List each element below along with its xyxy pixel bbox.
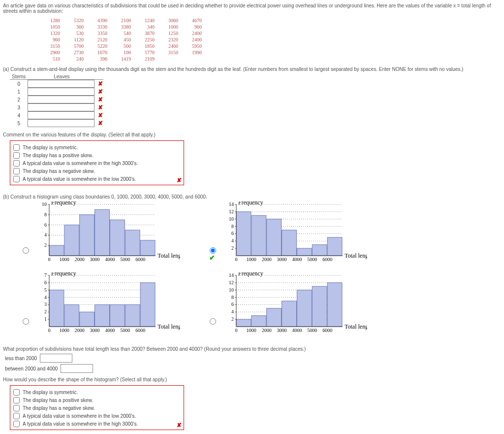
stem-value: 2 — [10, 96, 28, 103]
svg-text:3000: 3000 — [277, 257, 287, 262]
proportion-lt-input[interactable] — [40, 354, 72, 363]
data-cell: 100 — [109, 50, 132, 55]
svg-text:4: 4 — [44, 295, 47, 300]
svg-rect-96 — [80, 312, 94, 327]
checkbox-row: A typical data value is somewhere in the… — [13, 413, 181, 419]
checkbox[interactable] — [13, 160, 20, 167]
intro-text: An article gave data on various characte… — [3, 3, 501, 14]
x-icon: ✘ — [177, 422, 182, 429]
svg-text:2: 2 — [44, 242, 47, 248]
checkbox[interactable] — [13, 413, 20, 419]
svg-rect-138 — [312, 286, 327, 327]
leaf-input[interactable] — [28, 80, 94, 88]
checkbox[interactable] — [13, 168, 20, 174]
data-cell: 2400 — [180, 31, 203, 36]
checkbox[interactable] — [13, 405, 20, 411]
data-cell: 2730 — [62, 50, 85, 55]
svg-text:10: 10 — [229, 216, 234, 222]
checkbox[interactable] — [13, 144, 20, 151]
histogram-radio[interactable] — [23, 247, 29, 254]
check-icon: ✔ — [209, 254, 215, 262]
data-cell: 2120 — [86, 37, 108, 42]
svg-text:Frequency: Frequency — [238, 272, 263, 277]
svg-text:12: 12 — [229, 280, 234, 285]
proportion-bt-label: between 2000 and 4000 — [5, 366, 58, 371]
svg-text:1000: 1000 — [60, 328, 69, 333]
histogram-chart: Frequency1234567010002000300040005000600… — [32, 272, 180, 337]
svg-rect-56 — [252, 215, 266, 256]
svg-rect-139 — [327, 283, 342, 327]
data-cell — [180, 56, 203, 62]
data-cell: 1120 — [62, 37, 85, 42]
svg-text:8: 8 — [231, 224, 234, 229]
data-cell: 1050 — [38, 24, 61, 30]
data-cell: 3350 — [86, 31, 108, 36]
histogram-radio[interactable] — [210, 247, 216, 254]
data-cell: 4670 — [180, 18, 203, 23]
svg-rect-134 — [252, 316, 266, 327]
x-icon: ✘ — [96, 120, 103, 127]
checkbox-row: The display is symmetric. — [13, 389, 181, 396]
data-cell: 396 — [86, 56, 108, 62]
checkbox[interactable] — [13, 389, 20, 396]
checkbox-row: The display has a negative skew. — [13, 168, 181, 174]
leaf-input[interactable] — [28, 88, 94, 96]
svg-rect-60 — [312, 245, 327, 256]
svg-text:8: 8 — [231, 295, 234, 300]
svg-text:5: 5 — [44, 287, 47, 293]
proportion-bt-input[interactable] — [61, 364, 93, 373]
svg-rect-21 — [125, 230, 140, 256]
svg-text:14: 14 — [229, 201, 234, 207]
svg-text:1: 1 — [44, 316, 47, 322]
x-icon: ✘ — [177, 177, 182, 184]
data-cell: 1000 — [157, 24, 179, 30]
data-cell: 1419 — [109, 56, 132, 62]
svg-rect-20 — [110, 220, 125, 256]
svg-text:4: 4 — [231, 309, 234, 314]
leaf-input[interactable] — [28, 119, 94, 127]
checkbox[interactable] — [13, 397, 20, 403]
checkbox-block-b: The display is symmetric.The display has… — [10, 385, 184, 430]
checkbox[interactable] — [13, 176, 20, 182]
stem-value: 1 — [10, 88, 28, 96]
svg-text:5000: 5000 — [307, 257, 317, 262]
svg-text:Total length: Total length — [345, 323, 367, 330]
svg-text:6: 6 — [231, 231, 234, 236]
checkbox[interactable] — [13, 421, 20, 427]
checkbox-row: A typical data value is somewhere in the… — [13, 160, 181, 167]
histogram-option: ✔Frequency246810121401000200030004000500… — [205, 201, 392, 267]
svg-text:10: 10 — [42, 201, 47, 207]
svg-rect-133 — [236, 319, 251, 327]
data-cell: 340 — [133, 24, 156, 30]
data-cell: 4390 — [86, 18, 108, 23]
svg-text:2: 2 — [231, 245, 234, 251]
svg-rect-19 — [95, 209, 110, 256]
data-cell: 960 — [180, 24, 203, 30]
data-cell: 5700 — [62, 43, 85, 49]
x-icon: ✘ — [96, 80, 103, 87]
svg-rect-135 — [267, 308, 282, 327]
leaf-input[interactable] — [28, 111, 94, 119]
data-cell: 3330 — [86, 24, 108, 30]
data-cell: 540 — [109, 31, 132, 36]
histogram-radio[interactable] — [23, 318, 29, 325]
histogram-chart: Frequency2468101214010002000300040005000… — [220, 201, 367, 267]
data-cell: 2900 — [38, 50, 61, 55]
checkbox-block-a: The display is symmetric.The display has… — [10, 140, 184, 185]
checkbox-label: A typical data value is somewhere in the… — [23, 413, 136, 419]
data-cell: 1990 — [180, 50, 203, 55]
leaf-input[interactable] — [28, 96, 94, 103]
svg-text:4: 4 — [231, 238, 234, 243]
proportion-row-lt: less than 2000 — [5, 354, 501, 363]
leaf-input[interactable] — [28, 103, 94, 111]
histogram-chart: Frequency2468101214010002000300040005000… — [220, 272, 367, 337]
svg-rect-55 — [236, 212, 251, 256]
svg-text:2000: 2000 — [262, 328, 272, 333]
checkbox[interactable] — [13, 152, 20, 159]
data-cell: 360 — [62, 24, 85, 30]
leaves-header: Leaves — [28, 74, 95, 80]
data-values-table: 1280532043902100124030604670105036033303… — [37, 17, 204, 63]
histogram-radio[interactable] — [210, 318, 216, 325]
data-cell: 1250 — [157, 31, 179, 36]
svg-text:2: 2 — [231, 316, 234, 322]
